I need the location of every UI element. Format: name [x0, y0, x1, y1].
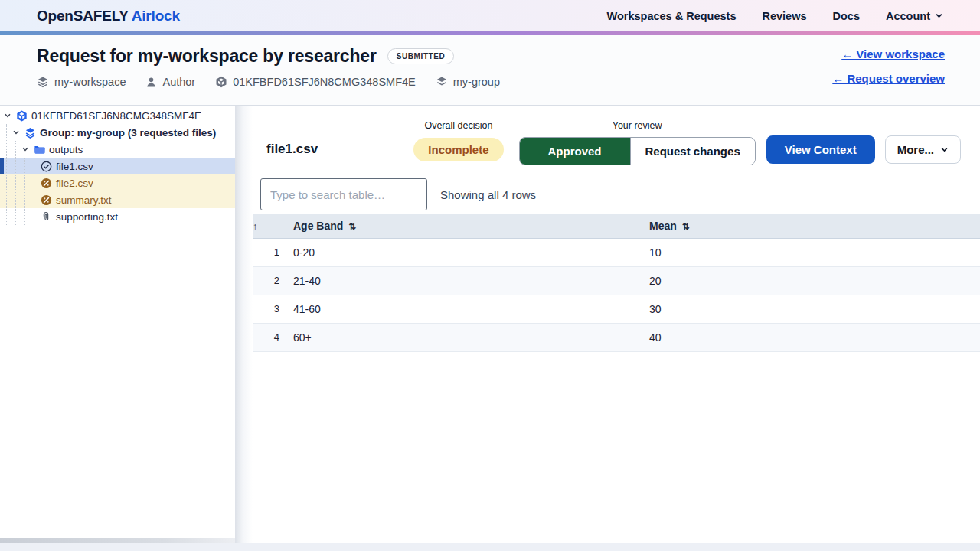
overall-decision-label: Overall decision: [424, 120, 492, 131]
column-header-mean[interactable]: Mean: [649, 220, 677, 232]
nav-reviews[interactable]: Reviews: [762, 10, 806, 22]
meta-request-id-label: 01KFBFD61SFJ6N8CMG348SMF4E: [233, 76, 416, 88]
cell-age-band: 60+: [286, 323, 649, 351]
meta-author-label: Author: [162, 76, 195, 88]
sort-toggle-icon[interactable]: ⇅: [348, 221, 356, 232]
view-workspace-link[interactable]: ← View workspace: [841, 47, 945, 60]
meta-workspace: my-workspace: [37, 76, 126, 88]
tree-item-request-root[interactable]: 01KFBFD61SFJ6N8CMG348SMF4E: [0, 107, 235, 124]
chevron-down-icon: [21, 145, 29, 153]
more-button[interactable]: More...: [885, 135, 961, 164]
rows-status-text: Showing all 4 rows: [440, 188, 536, 201]
status-badge: SUBMITTED: [387, 48, 455, 64]
nav-items: Workspaces & Requests Reviews Docs Accou…: [607, 10, 943, 22]
pending-review-icon: [41, 178, 52, 189]
cell-age-band: 21-40: [286, 266, 649, 295]
table-row: 2 21-40 20: [253, 266, 980, 295]
tree-item-summary[interactable]: summary.txt: [0, 191, 235, 208]
chevron-down-icon: [935, 11, 943, 20]
row-number: 4: [253, 323, 286, 351]
nav-workspaces-requests[interactable]: Workspaces & Requests: [607, 10, 737, 22]
your-review-label: Your review: [612, 120, 662, 131]
tree-item-group[interactable]: Group: my-group (3 requested files): [0, 124, 235, 141]
page-title: Request for my-workspace by researcher: [37, 46, 377, 67]
tree-item-supporting[interactable]: supporting.txt: [0, 208, 235, 225]
tree-item-label: file2.csv: [56, 178, 93, 189]
table-header-row: ↑ Age Band⇅ Mean⇅: [253, 214, 980, 238]
file-title: file1.csv: [266, 142, 318, 157]
tree-item-label: 01KFBFD61SFJ6N8CMG348SMF4E: [31, 110, 201, 122]
review-button-group: Approved Request changes: [519, 137, 756, 165]
meta-group-label: my-group: [453, 76, 500, 88]
overall-decision-badge: Incomplete: [413, 138, 503, 161]
nav-account-label: Account: [886, 10, 930, 22]
sort-toggle-icon[interactable]: ⇅: [682, 221, 690, 232]
file-tree-sidebar: 01KFBFD61SFJ6N8CMG348SMF4E Group: my-gro…: [0, 106, 235, 543]
request-overview-link[interactable]: ← Request overview: [832, 72, 945, 85]
panel-resize-handle[interactable]: [235, 106, 253, 543]
tree-item-outputs-folder[interactable]: outputs: [0, 141, 235, 158]
cell-mean: 40: [649, 323, 980, 351]
brand-secondary: Airlock: [132, 8, 180, 24]
nav-docs[interactable]: Docs: [833, 10, 860, 22]
table-row: 3 41-60 30: [253, 295, 980, 323]
tree-item-label: summary.txt: [56, 194, 112, 206]
user-icon: [145, 77, 157, 88]
tree-item-label: outputs: [49, 144, 83, 155]
file-review-panel: file1.csv Overall decision Incomplete Yo…: [253, 106, 980, 543]
column-header-age-band[interactable]: Age Band: [293, 220, 343, 232]
request-meta-row: my-workspace Author 01KFBFD61SFJ6N8CMG34…: [37, 76, 945, 88]
airlock-cube-icon: [16, 110, 28, 122]
cell-age-band: 41-60: [286, 295, 649, 323]
sort-asc-icon[interactable]: ↑: [253, 220, 258, 232]
cell-mean: 20: [649, 266, 980, 295]
group-layers-icon: [24, 127, 36, 139]
request-header: Request for my-workspace by researcher S…: [0, 35, 980, 106]
folder-icon: [34, 144, 45, 155]
approved-check-icon: [41, 161, 52, 172]
nav-account-menu[interactable]: Account: [886, 10, 943, 22]
meta-workspace-label: my-workspace: [54, 76, 126, 88]
layers-icon: [436, 76, 448, 88]
sidebar-scrollbar[interactable]: [0, 538, 235, 543]
cell-mean: 10: [649, 238, 980, 266]
page-bottom-gap: [0, 543, 980, 551]
layers-icon: [37, 76, 49, 88]
chevron-down-icon: [4, 112, 11, 119]
row-number: 2: [253, 266, 286, 295]
chevron-down-icon: [940, 145, 949, 154]
tree-item-label: Group: my-group (3 requested files): [40, 127, 216, 139]
row-number: 3: [253, 295, 286, 323]
tree-item-file1[interactable]: file1.csv: [0, 158, 235, 174]
paperclip-icon: [41, 211, 51, 222]
meta-group: my-group: [436, 76, 500, 88]
meta-request-id: 01KFBFD61SFJ6N8CMG348SMF4E: [215, 76, 416, 88]
tree-item-label: file1.csv: [56, 161, 93, 172]
chevron-down-icon: [12, 129, 20, 136]
cell-mean: 30: [649, 295, 980, 323]
brand-logo[interactable]: OpenSAFELYAirlock: [37, 8, 180, 24]
view-context-button[interactable]: View Context: [766, 135, 875, 164]
cell-age-band: 0-20: [286, 238, 649, 266]
data-table: ↑ Age Band⇅ Mean⇅ 1 0-20 10 2 21-40 20 3: [253, 214, 980, 352]
table-row: 4 60+ 40: [253, 323, 980, 351]
request-changes-button[interactable]: Request changes: [630, 138, 755, 165]
tree-item-label: supporting.txt: [56, 211, 118, 223]
table-row: 1 0-20 10: [253, 238, 980, 266]
top-navbar: OpenSAFELYAirlock Workspaces & Requests …: [0, 0, 980, 31]
table-search-input[interactable]: [260, 178, 427, 210]
approved-button[interactable]: Approved: [520, 138, 630, 165]
cube-icon: [215, 76, 227, 88]
pending-review-icon: [41, 194, 52, 206]
meta-author: Author: [145, 76, 195, 88]
tree-item-file2[interactable]: file2.csv: [0, 174, 235, 191]
content-area: 01KFBFD61SFJ6N8CMG348SMF4E Group: my-gro…: [0, 106, 980, 543]
row-number: 1: [253, 238, 286, 266]
more-button-label: More...: [897, 143, 934, 156]
brand-primary: OpenSAFELY: [37, 8, 129, 24]
